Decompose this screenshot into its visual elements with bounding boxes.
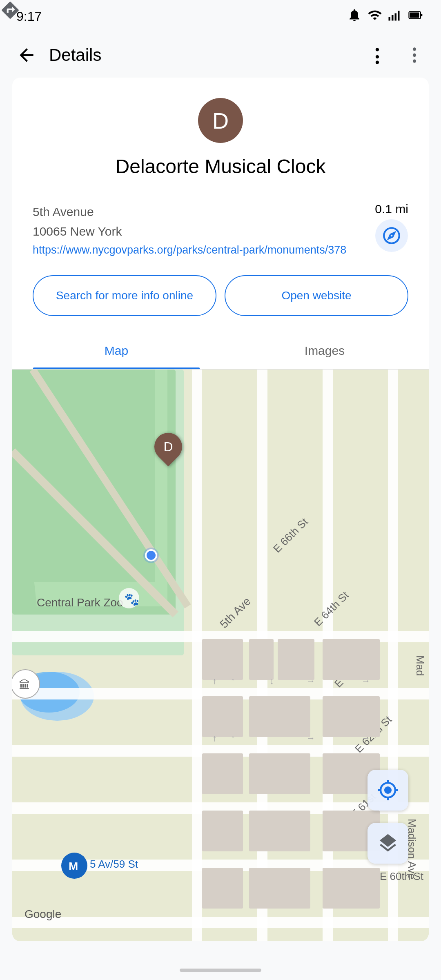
svg-text:→: → (306, 676, 315, 686)
page-title: Details (49, 45, 355, 65)
svg-rect-52 (249, 811, 310, 851)
distance-container: 0.1 mi (375, 202, 408, 252)
svg-text:↑: ↑ (212, 733, 217, 743)
map-svg: 5th Ave E 66th St E 64th St E 63rd St E … (12, 370, 429, 941)
svg-text:🏛: 🏛 (19, 679, 30, 691)
svg-rect-47 (323, 696, 380, 737)
back-button[interactable] (12, 41, 41, 69)
svg-rect-51 (202, 811, 243, 851)
compass-button[interactable] (375, 219, 408, 252)
svg-text:→: → (361, 676, 370, 686)
svg-text:🐾: 🐾 (124, 592, 140, 607)
place-url[interactable]: https://www.nycgovparks.org/parks/centra… (33, 241, 367, 259)
place-header: D Delacorte Musical Clock (12, 78, 429, 198)
tab-map[interactable]: Map (12, 332, 220, 369)
svg-text:↑: ↑ (231, 676, 235, 686)
place-detail-card: D Delacorte Musical Clock 5th Avenue 100… (12, 78, 429, 941)
place-address: 5th Avenue 10065 New York https://www.ny… (33, 202, 367, 259)
action-buttons: Search for more info online Open website (12, 271, 429, 332)
tab-images-label: Images (305, 344, 345, 358)
battery-icon (408, 8, 425, 25)
share-button[interactable] (363, 41, 392, 69)
pin-letter: D (163, 439, 173, 454)
tab-map-label: Map (105, 344, 128, 358)
my-location-button[interactable] (368, 770, 408, 811)
svg-rect-56 (323, 868, 380, 909)
svg-text:→: → (361, 733, 370, 743)
search-online-button[interactable]: Search for more info online (33, 275, 216, 316)
svg-text:↑: ↑ (231, 733, 235, 743)
svg-rect-6 (410, 12, 419, 18)
open-website-button[interactable]: Open website (225, 275, 408, 316)
map-pin: D (154, 433, 182, 466)
address-line2: 10065 New York (33, 222, 367, 241)
svg-point-8 (413, 53, 416, 57)
map-view[interactable]: 5th Ave E 66th St E 64th St E 63rd St E … (12, 370, 429, 941)
distance-text: 0.1 mi (375, 202, 408, 216)
tab-active-indicator (33, 368, 200, 369)
svg-rect-22 (12, 917, 429, 928)
google-logo: Google (24, 908, 61, 921)
address-line1: 5th Avenue (33, 202, 367, 222)
svg-rect-41 (202, 639, 243, 680)
search-online-label: Search for more info online (56, 289, 193, 302)
svg-rect-23 (192, 370, 202, 941)
svg-text:Central Park Zoo: Central Park Zoo (37, 596, 123, 609)
app-bar: Details (0, 33, 441, 78)
signal-icon (388, 8, 403, 25)
svg-text:↓: ↓ (270, 676, 274, 686)
status-bar: 9:17 (0, 0, 441, 33)
more-options-button[interactable] (400, 41, 429, 69)
svg-text:Mad: Mad (414, 655, 426, 676)
svg-text:5 Av/59 St: 5 Av/59 St (90, 858, 138, 870)
place-avatar: D (198, 98, 243, 143)
svg-rect-49 (249, 753, 310, 794)
notification-icon (347, 8, 362, 25)
svg-rect-42 (249, 639, 274, 680)
svg-rect-54 (202, 868, 243, 909)
svg-rect-48 (202, 753, 243, 794)
wifi-icon (368, 8, 382, 25)
status-icons (347, 8, 425, 25)
open-website-label: Open website (281, 289, 351, 302)
svg-text:→: → (306, 733, 315, 743)
svg-rect-3 (398, 11, 400, 20)
svg-rect-5 (421, 14, 422, 16)
svg-rect-2 (395, 13, 397, 20)
place-name: Delacorte Musical Clock (116, 155, 326, 178)
svg-rect-44 (323, 639, 380, 680)
svg-rect-0 (389, 17, 391, 20)
svg-text:M: M (69, 860, 78, 873)
tabs: Map Images (12, 332, 429, 370)
svg-point-7 (413, 47, 416, 51)
place-info: 5th Avenue 10065 New York https://www.ny… (12, 198, 429, 271)
svg-rect-43 (278, 639, 314, 680)
svg-rect-55 (249, 868, 310, 909)
svg-rect-46 (249, 696, 310, 737)
tab-images[interactable]: Images (220, 332, 429, 369)
map-layers-button[interactable] (368, 823, 408, 864)
home-indicator (180, 969, 261, 972)
svg-rect-45 (202, 696, 243, 737)
svg-rect-1 (392, 15, 394, 21)
svg-text:↑: ↑ (212, 676, 217, 686)
svg-point-9 (413, 59, 416, 62)
avatar-letter: D (212, 107, 229, 134)
user-location-dot (145, 549, 157, 561)
